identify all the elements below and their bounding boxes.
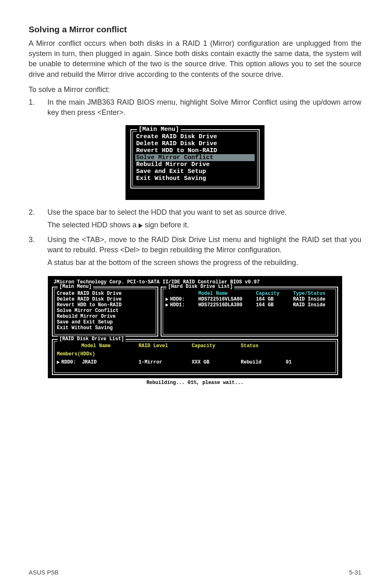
bios1-item: Rebuild Mirror Drive [135,161,255,168]
step-2-number: 2. [29,207,47,230]
footer-left: ASUS P5B [29,569,58,576]
raid-row-members: 01 [286,359,310,365]
hdd-row0-marker-icon [166,298,168,301]
step-1-text: In the main JMB363 RAID BIOS menu, highl… [47,97,361,118]
raid-row-cap: XXX GB [192,359,241,365]
raid-header-model: Model Name [57,343,139,349]
raid-row-name: JRAID [82,359,96,365]
raid-header-status: Status [241,343,286,349]
step-2-sub-b: sign before it. [143,221,189,229]
bios1-legend: [Main Menu] [137,126,181,133]
bios2-main-item: Create RAID Disk Drive [57,291,153,296]
raid-row-level: 1-Mirror [139,359,192,365]
hdd-header-status: Type/Status [293,291,333,296]
step-2: 2. Use the space bar to select the HDD t… [29,207,361,230]
bios1-item-highlighted: Solve Mirror Conflict [135,154,255,161]
hdd-row0-model: HDS722516VLSA80 [198,296,250,302]
bios1-item: Create RAID Disk Drive [135,133,255,140]
hdd-row0-label: HDD0: [170,296,185,302]
bios2-main-legend: [Main Menu] [58,284,93,290]
step-2-text: Use the space bar to select the HDD that… [47,208,287,216]
right-triangle-icon [139,223,143,228]
footer-right: 5-31 [349,569,361,576]
bios2-main-item: Save and Exit Setup [57,319,153,325]
step-1-number: 1. [29,97,47,118]
hdd-header-model: Model Name [198,291,250,296]
bios1-item: Save and Exit Setup [135,168,255,175]
bios1-item: Revert HDD to Non-RAID [135,147,255,154]
hdd-header-capacity: Capacity [256,291,287,296]
hdd-row1-model: HDS722516DLA380 [198,302,250,308]
bios-screen-2: JMicron Technology Corp. PCI-to-SATA II/… [48,276,342,378]
bios2-raid-legend: [RAID Disk Drive List] [58,336,126,342]
hdd-row1-marker-icon [166,303,168,307]
step-3-sub: A status bar at the bottom of the screen… [47,258,361,268]
raid-row-label: RDD0: [61,359,76,365]
step-3-number: 3. [29,235,47,268]
bios2-main-panel: [Main Menu] Create RAID Disk DriveDelete… [52,287,158,337]
hdd-row1-status: RAID Inside [293,302,333,308]
bios-menu-1: [Main Menu] Create RAID Disk DriveDelete… [126,125,264,200]
raid-members-label: Members(HDDx) [57,351,310,357]
raid-header-level: RAID Level [139,343,192,349]
bios1-item: Exit Without Saving [135,175,255,182]
step-3-text: Using the <TAB>, move to the RAID Disk D… [47,236,361,254]
bios2-hdd-panel: [Hard Disk Drive List] Model Name Capaci… [161,287,338,337]
step-2-sub-a: The selected HDD shows a [47,221,139,229]
raid-row-marker-icon [57,361,60,364]
bios1-item: Delete RAID Disk Drive [135,140,255,147]
bios2-main-item: Revert HDD to Non-RAID [57,302,153,308]
lead-line: To solve a Mirror conflict: [29,85,361,94]
step-3: 3. Using the <TAB>, move to the RAID Dis… [29,235,361,268]
bios2-main-item: Delete RAID Disk Drive [57,296,153,302]
intro-paragraph: A Mirror conflict occurs when both disks… [29,38,361,80]
bios2-statusbar: Rebuilding... 01%, please wait... [48,378,342,387]
bios2-hdd-legend: [Hard Disk Drive List] [166,284,234,290]
step-1: 1. In the main JMB363 RAID BIOS menu, hi… [29,97,361,118]
bios2-main-item: Exit Without Saving [57,325,153,331]
section-heading: Solving a Mirror conflict [29,25,361,34]
hdd-row1-cap: 164 GB [256,302,287,308]
raid-header-capacity: Capacity [192,343,241,349]
bios2-main-item: Rebuild Mirror Drive [57,314,153,319]
hdd-row0-cap: 164 GB [256,296,287,302]
hdd-row0-status: RAID Inside [293,296,333,302]
raid-row-status: Rebuild [241,359,286,365]
bios2-main-item: Solve Mirror Conflict [57,308,153,314]
hdd-row1-label: HDD1: [170,302,185,308]
bios2-raid-panel: [RAID Disk Drive List] Model Name RAID L… [52,339,338,375]
